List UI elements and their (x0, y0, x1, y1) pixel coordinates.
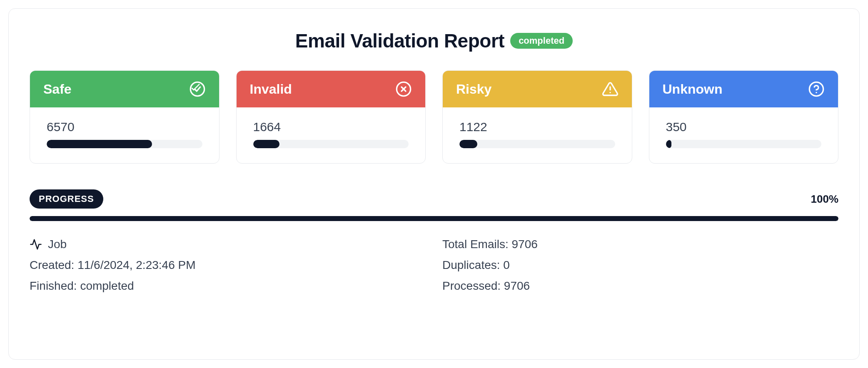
x-circle-icon (395, 81, 412, 97)
card-safe[interactable]: Safe 6570 (30, 70, 219, 164)
progress-percent: 100% (811, 193, 839, 206)
progress-header-row: PROGRESS 100% (30, 189, 838, 209)
activity-icon (30, 238, 42, 251)
job-label-row: Job (30, 238, 426, 251)
card-safe-body: 6570 (30, 107, 219, 163)
card-risky-count: 1122 (459, 120, 615, 134)
card-unknown-body: 350 (649, 107, 838, 163)
progress-bar-fill (30, 216, 838, 221)
card-safe-header: Safe (30, 71, 219, 107)
job-created-row: Created: 11/6/2024, 2:23:46 PM (30, 259, 426, 272)
card-safe-count: 6570 (47, 120, 202, 134)
card-invalid-body: 1664 (237, 107, 426, 163)
report-panel: Email Validation Report completed Safe 6… (8, 8, 860, 360)
card-safe-bar-fill (47, 140, 152, 148)
card-unknown-bar-fill (666, 140, 671, 148)
job-label-text: Job (48, 238, 67, 251)
card-risky-body: 1122 (443, 107, 632, 163)
job-created-text: Created: 11/6/2024, 2:23:46 PM (30, 259, 196, 272)
question-circle-icon (808, 81, 825, 97)
card-risky-bar-fill (459, 140, 477, 148)
card-safe-bar-track (47, 140, 202, 148)
progress-bar-track (30, 216, 838, 221)
job-processed-text: Processed: 9706 (442, 279, 530, 293)
card-risky-title: Risky (456, 82, 491, 97)
card-risky-bar-track (459, 140, 615, 148)
page-title: Email Validation Report (295, 30, 504, 52)
alert-triangle-icon (602, 81, 619, 97)
card-safe-title: Safe (43, 82, 72, 97)
report-header: Email Validation Report completed (30, 30, 838, 52)
card-unknown[interactable]: Unknown 350 (649, 70, 839, 164)
card-risky-header: Risky (443, 71, 632, 107)
job-duplicates-text: Duplicates: 0 (442, 259, 510, 272)
progress-label-chip: PROGRESS (30, 189, 103, 209)
card-unknown-title: Unknown (663, 82, 723, 97)
check-circle-icon (189, 81, 206, 97)
card-risky[interactable]: Risky 1122 (442, 70, 632, 164)
job-total-row: Total Emails: 9706 (442, 238, 838, 251)
job-total-text: Total Emails: 9706 (442, 238, 538, 251)
status-badge: completed (510, 33, 573, 49)
progress-section: PROGRESS 100% (30, 189, 838, 221)
card-invalid-bar-fill (253, 140, 280, 148)
card-unknown-bar-track (666, 140, 822, 148)
card-unknown-count: 350 (666, 120, 822, 134)
card-unknown-header: Unknown (649, 71, 838, 107)
job-info-grid: Job Total Emails: 9706 Created: 11/6/202… (30, 238, 838, 293)
card-invalid-count: 1664 (253, 120, 409, 134)
card-invalid[interactable]: Invalid 1664 (236, 70, 426, 164)
job-finished-text: Finished: completed (30, 279, 134, 293)
card-invalid-bar-track (253, 140, 409, 148)
summary-cards: Safe 6570 Invalid (30, 70, 838, 164)
card-invalid-title: Invalid (250, 82, 292, 97)
job-processed-row: Processed: 9706 (442, 279, 838, 293)
job-finished-row: Finished: completed (30, 279, 426, 293)
card-invalid-header: Invalid (237, 71, 426, 107)
job-duplicates-row: Duplicates: 0 (442, 259, 838, 272)
